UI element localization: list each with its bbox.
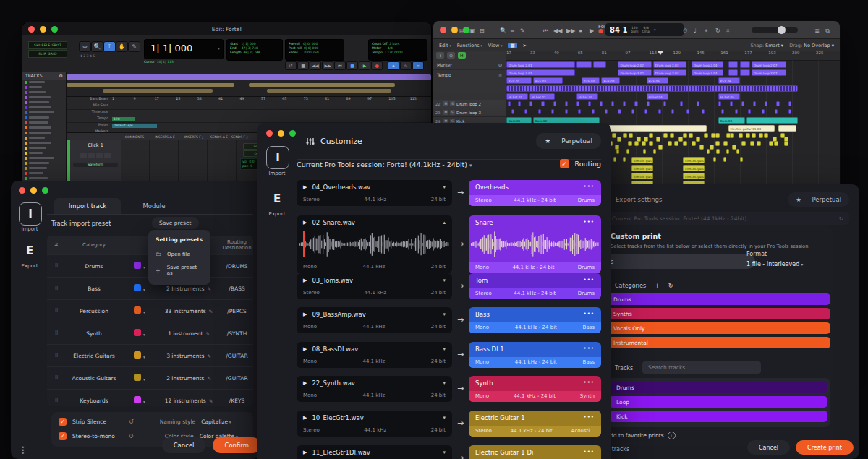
refresh-icon[interactable]: ↻ bbox=[839, 215, 843, 222]
logic-region[interactable]: Hi hat.01 bbox=[506, 93, 528, 100]
trim-tool-icon[interactable]: ⇔ bbox=[79, 41, 91, 52]
pointer-tool-icon[interactable]: ➤ bbox=[523, 43, 527, 48]
logic-region-dot[interactable] bbox=[739, 133, 743, 138]
logic-region-dot[interactable] bbox=[671, 109, 674, 114]
file-card[interactable]: ▶22_Synth.wav▾Mono44.1 kHz24 bit bbox=[297, 376, 452, 402]
logic-region-dot[interactable] bbox=[618, 109, 621, 114]
edit-icon[interactable]: ✎ bbox=[207, 353, 210, 359]
menu-item-save-preset-as[interactable]: +Save preset as bbox=[148, 261, 210, 280]
logic-region-dot[interactable] bbox=[649, 141, 653, 146]
logic-region[interactable]: Hi hat.04 bbox=[647, 93, 668, 100]
logic-region-dot[interactable] bbox=[565, 109, 568, 114]
go-begin-icon[interactable]: ⏮ bbox=[543, 27, 548, 35]
drag-handle-icon[interactable]: ⠿ bbox=[47, 308, 66, 314]
logic-region-dot[interactable] bbox=[623, 157, 626, 162]
logic-region-dot[interactable] bbox=[508, 101, 511, 106]
logic-region[interactable]: Kick.03 bbox=[582, 77, 600, 84]
traffic-lights[interactable] bbox=[28, 26, 58, 33]
ruler-row[interactable]: Timecode bbox=[67, 110, 431, 116]
drag-handle-icon[interactable]: ⠿ bbox=[47, 286, 66, 291]
logic-region-dot[interactable] bbox=[551, 109, 554, 114]
logic-region-dot[interactable] bbox=[759, 133, 763, 138]
traffic-lights[interactable] bbox=[266, 130, 296, 137]
drag-select[interactable]: Drag: No Overlap ▾ bbox=[789, 43, 834, 48]
logic-region-dot[interactable] bbox=[788, 109, 791, 114]
refresh-categories-icon[interactable]: ↻ bbox=[668, 283, 673, 289]
logic-region[interactable]: Kick.01 bbox=[506, 77, 532, 84]
expand-icon[interactable]: ▾ bbox=[443, 312, 446, 317]
import-table-row[interactable]: ⠿Percussion▾33 instruments✎/PERCS bbox=[47, 299, 253, 322]
logic-region-dot[interactable] bbox=[788, 101, 791, 106]
logic-region-dot[interactable] bbox=[757, 141, 761, 146]
ruler-row[interactable]: Tempo120 bbox=[67, 116, 431, 123]
track-chip[interactable]: Electric Guitar 1•••Stereo44.1 kHz - 24 … bbox=[469, 411, 601, 437]
tab-import-track[interactable]: Import track bbox=[54, 198, 121, 214]
inspector-icon[interactable]: ▣ bbox=[469, 27, 475, 35]
track-chip[interactable]: Electric Guitar 1 Di•••Stereo44.1 kHz - … bbox=[469, 445, 601, 459]
sidebar-import-button[interactable]: I bbox=[19, 202, 42, 226]
cancel-button[interactable]: Cancel bbox=[747, 440, 790, 455]
more-options-icon[interactable]: ••• bbox=[584, 219, 595, 226]
drag-handle-icon[interactable]: ⠿ bbox=[47, 375, 66, 381]
file-card[interactable]: ▶09_BassAmp.wav▾Mono44.1 kHz24 bit bbox=[297, 307, 452, 333]
logic-region-dot[interactable] bbox=[769, 141, 773, 146]
tab-module[interactable]: Module bbox=[121, 198, 187, 214]
history-icon[interactable]: ↺ bbox=[129, 419, 134, 425]
logic-region[interactable]: Electric guitar 11 bbox=[631, 173, 653, 179]
file-card[interactable]: ▶03_Toms.wav▾Stereo44.1 kHz24 bit bbox=[297, 273, 452, 299]
category-bar[interactable]: Vocals Only bbox=[606, 322, 830, 334]
logic-region-dot[interactable] bbox=[683, 141, 687, 146]
logic-region-dot[interactable] bbox=[692, 141, 696, 146]
file-card[interactable]: ▶11_ElecGtr1DI.wav▾Stereo44.1 kHz24 bit bbox=[297, 445, 452, 459]
track-mini-row[interactable] bbox=[22, 85, 66, 90]
category-bar[interactable]: Synths bbox=[606, 308, 830, 319]
logic-region-dot[interactable] bbox=[683, 133, 687, 138]
logic-region-dot[interactable] bbox=[649, 133, 653, 138]
ruler-row[interactable]: Min:Secs bbox=[67, 103, 431, 110]
logic-region[interactable] bbox=[740, 69, 750, 76]
logic-region-dot[interactable] bbox=[663, 101, 666, 106]
logic-region[interactable]: Drum loop 2.03 bbox=[653, 61, 686, 68]
logic-region-dot[interactable] bbox=[538, 109, 541, 114]
zoom-tool-icon[interactable]: 🔍 bbox=[91, 41, 103, 52]
logic-track-row[interactable]: 23MSDrum loop 3 bbox=[433, 108, 506, 117]
track-chip[interactable]: Tom•••Stereo44.1 kHz - 24 bitDrums bbox=[469, 273, 601, 299]
search-icon[interactable]: 🔍 bbox=[500, 27, 507, 35]
expand-icon[interactable]: ▾ bbox=[443, 415, 446, 421]
track-mini-row[interactable] bbox=[22, 176, 66, 181]
logic-track-row[interactable]: 22MSDrum loop 2 bbox=[433, 100, 506, 108]
logic-region-dot[interactable] bbox=[605, 109, 608, 114]
logic-region[interactable]: Kick.06 bbox=[718, 77, 740, 84]
track-mini-row[interactable] bbox=[22, 150, 66, 155]
sidebar-export-button[interactable]: E bbox=[19, 240, 41, 262]
traffic-lights[interactable] bbox=[19, 187, 48, 194]
sidebar-more-icon[interactable]: ••• bbox=[21, 446, 25, 455]
expand-icon[interactable]: ▾ bbox=[443, 380, 446, 386]
logic-region[interactable]: Electric guitar 01.03 bbox=[728, 125, 775, 132]
track-mini-row[interactable] bbox=[22, 115, 66, 120]
category-bar[interactable]: Drums bbox=[606, 293, 830, 305]
track-chip[interactable]: Bass•••Mono44.1 kHz - 24 bitBass bbox=[469, 307, 601, 333]
logic-region-dot[interactable] bbox=[628, 141, 632, 146]
overview-region-tan[interactable] bbox=[249, 83, 395, 87]
play-icon[interactable]: ▶ bbox=[303, 312, 307, 317]
track-mini-row[interactable] bbox=[22, 155, 66, 160]
logic-region-dot[interactable] bbox=[740, 157, 743, 162]
snap-select[interactable]: Snap: Smart ▾ bbox=[750, 43, 783, 48]
overview-region-tan[interactable] bbox=[267, 89, 391, 93]
logic-region-dot[interactable] bbox=[697, 101, 699, 106]
logic-region-dot[interactable] bbox=[529, 101, 532, 106]
logic-region[interactable]: Drum loop 3.04 bbox=[692, 69, 723, 76]
collapse-icon[interactable]: ▴ bbox=[443, 220, 446, 226]
logic-region-dot[interactable] bbox=[600, 101, 603, 106]
logic-region-dot[interactable] bbox=[713, 157, 716, 162]
logic-region-dot[interactable] bbox=[634, 101, 637, 106]
logic-ruler[interactable]: 173349658197113129145161177193209225 bbox=[506, 51, 840, 61]
tempo-row[interactable]: Tempo≋ bbox=[433, 70, 506, 80]
logic-region-dot[interactable] bbox=[735, 109, 738, 114]
expand-icon[interactable]: ▾ bbox=[443, 450, 446, 455]
logic-region-dot[interactable] bbox=[578, 109, 581, 114]
track-mini-row[interactable] bbox=[22, 110, 66, 115]
logic-region-dot[interactable] bbox=[723, 157, 726, 162]
logic-region-dot[interactable] bbox=[634, 141, 639, 146]
